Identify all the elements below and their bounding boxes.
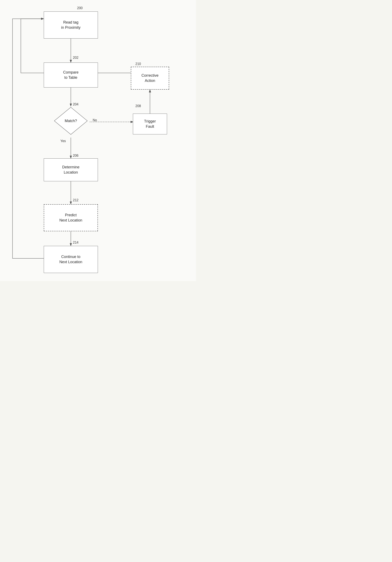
ref-200: 200 <box>77 6 83 10</box>
ref-208: 208 <box>135 104 141 108</box>
ref-206: 206 <box>73 154 79 158</box>
ref-204: 204 <box>73 103 79 106</box>
compare-table-box: Compareto Table <box>44 62 98 88</box>
arrows-overlay <box>0 0 196 281</box>
read-tag-box: Read tagin Proximity <box>44 12 98 38</box>
match-diamond: Match? <box>52 106 90 135</box>
ref-214: 214 <box>73 241 79 245</box>
ref-202: 202 <box>73 56 79 59</box>
ref-212: 212 <box>73 198 79 202</box>
yes-label: Yes <box>60 139 66 143</box>
ref-210: 210 <box>135 62 141 66</box>
diagram-container: 200 Read tagin Proximity 202 Compareto T… <box>0 0 196 281</box>
corrective-action-box: CorrectiveAction <box>131 67 169 90</box>
determine-location-box: DetermineLocation <box>44 158 98 181</box>
continue-next-box: Continue toNext Location <box>44 246 98 273</box>
svg-marker-9 <box>54 107 88 135</box>
trigger-fault-box: TriggerFault <box>133 114 167 134</box>
no-label: No <box>93 118 97 122</box>
diamond-shape <box>52 106 90 135</box>
predict-next-box: PredictNext Location <box>44 204 98 231</box>
